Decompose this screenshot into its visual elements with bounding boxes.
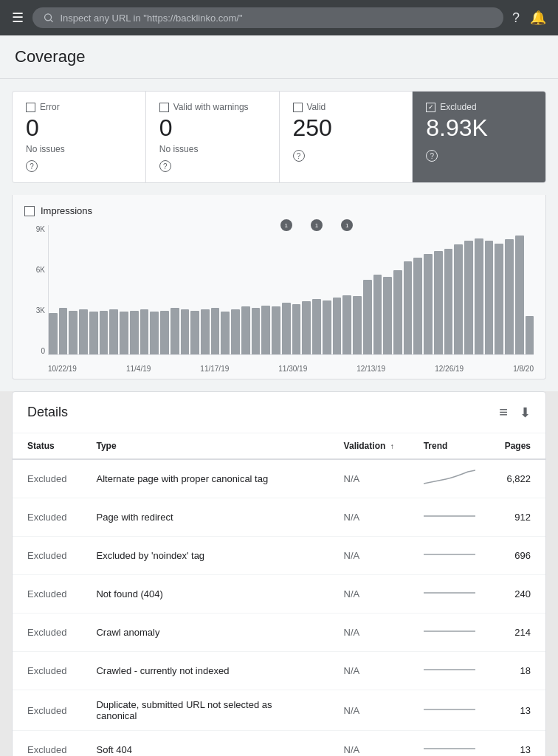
table-row[interactable]: ExcludedDuplicate, submitted URL not sel…	[13, 690, 545, 731]
details-section: Details ≡ ⬇ Status Type Validation ↑ Tre…	[12, 391, 546, 756]
trend-flat-icon	[424, 740, 475, 756]
error-checkbox[interactable]	[26, 103, 35, 112]
chart-bar-group	[464, 225, 473, 354]
details-table: Status Type Validation ↑ Trend Pages Exc…	[13, 433, 545, 756]
chart-bar	[150, 312, 159, 354]
chart-bar	[404, 261, 413, 354]
chart-bar-group	[241, 225, 250, 354]
chart-bar	[454, 244, 463, 354]
td-trend	[409, 652, 490, 690]
chart-bar	[261, 306, 270, 355]
table-row[interactable]: ExcludedCrawled - currently not indexedN…	[13, 652, 545, 690]
search-icon	[43, 12, 54, 24]
chart-bar-group	[292, 225, 301, 354]
chart-bar	[292, 304, 301, 354]
details-title: Details	[27, 405, 68, 420]
td-validation: N/A	[329, 537, 409, 575]
chart-bar-group	[383, 225, 392, 354]
x-label-4: 11/30/19	[278, 365, 307, 373]
trend-flat-icon	[424, 622, 475, 640]
chart-bar	[181, 309, 190, 354]
notification-icon[interactable]: 🔔	[530, 10, 546, 26]
table-row[interactable]: ExcludedCrawl anomalyN/A 214	[13, 614, 545, 652]
td-trend	[409, 537, 490, 575]
td-status: Excluded	[13, 731, 81, 756]
td-status: Excluded	[13, 690, 81, 731]
trend-flat-icon	[424, 701, 475, 718]
valid-warnings-help-icon[interactable]: ?	[159, 160, 171, 172]
chart-bar	[434, 251, 443, 354]
chart-bar	[140, 309, 149, 354]
help-icon[interactable]: ?	[512, 10, 520, 26]
error-value: 0	[26, 115, 132, 141]
search-input[interactable]	[60, 13, 493, 24]
td-pages: 13	[490, 690, 545, 731]
page-title: Coverage	[15, 47, 543, 66]
x-label-2: 11/4/19	[126, 365, 151, 373]
error-help-icon[interactable]: ?	[26, 160, 38, 172]
chart-bar-group	[261, 225, 270, 354]
chart-bar-group	[170, 225, 179, 354]
td-trend	[409, 614, 490, 652]
impressions-checkbox[interactable]	[24, 206, 35, 216]
col-pages: Pages	[490, 433, 545, 459]
search-bar[interactable]	[32, 7, 503, 28]
chart-bar-group	[404, 225, 413, 354]
excluded-help-icon[interactable]: ?	[426, 150, 438, 162]
summary-card-excluded[interactable]: ✓ Excluded 8.93K ?	[413, 92, 545, 182]
hamburger-icon[interactable]: ☰	[12, 10, 24, 26]
chart-bar-group	[252, 225, 261, 354]
summary-card-valid-warnings[interactable]: Valid with warnings 0 No issues ?	[146, 92, 280, 182]
top-nav: ☰ ? 🔔	[0, 0, 558, 35]
td-pages: 13	[490, 731, 545, 756]
valid-help-icon[interactable]: ?	[293, 150, 305, 162]
td-status: Excluded	[13, 498, 81, 537]
chart-bar	[89, 312, 98, 354]
chart-bar	[323, 300, 331, 355]
chart-bar-group	[231, 225, 240, 354]
chart-bar	[170, 308, 179, 354]
download-icon[interactable]: ⬇	[520, 405, 531, 421]
error-label: Error	[40, 102, 60, 112]
table-row[interactable]: ExcludedPage with redirectN/A 912	[13, 498, 545, 537]
chart-bar-group	[221, 225, 230, 354]
valid-warnings-sub: No issues	[159, 144, 266, 154]
chart-bar-group: 1	[312, 225, 321, 354]
chart-bar	[302, 301, 311, 354]
col-trend: Trend	[409, 433, 490, 459]
summary-card-error[interactable]: Error 0 No issues ?	[13, 92, 146, 182]
td-trend	[409, 498, 490, 537]
td-pages: 912	[490, 498, 545, 537]
chart-bar-group	[140, 225, 149, 354]
chart-bar	[79, 309, 88, 354]
chart-bar	[342, 295, 351, 355]
chart-bar	[424, 254, 433, 355]
chart-bar	[109, 309, 118, 354]
table-row[interactable]: ExcludedExcluded by 'noindex' tagN/A 696	[13, 537, 545, 575]
chart-bar-group	[160, 225, 169, 354]
col-validation[interactable]: Validation ↑	[329, 433, 409, 459]
td-validation: N/A	[329, 652, 409, 690]
trend-flat-icon	[424, 661, 475, 678]
chart-bar	[485, 241, 494, 354]
sort-icon: ↑	[390, 442, 394, 450]
table-row[interactable]: ExcludedNot found (404)N/A 240	[13, 575, 545, 614]
excluded-checkbox[interactable]: ✓	[426, 103, 435, 112]
valid-warnings-checkbox[interactable]	[159, 103, 169, 112]
chart-bar-group: 1	[342, 225, 351, 354]
chart-bar-group	[475, 225, 483, 354]
impressions-row[interactable]: Impressions	[24, 205, 534, 216]
td-status: Excluded	[13, 652, 81, 690]
chart-bar-group	[323, 225, 331, 354]
y-label-3k: 3K	[36, 306, 45, 315]
summary-card-valid[interactable]: Valid 250 ?	[280, 92, 413, 182]
td-validation: N/A	[329, 575, 409, 614]
filter-icon[interactable]: ≡	[499, 404, 508, 421]
table-row[interactable]: ExcludedSoft 404N/A 13	[13, 731, 545, 756]
valid-checkbox[interactable]	[293, 103, 303, 112]
table-row[interactable]: ExcludedAlternate page with proper canon…	[13, 459, 545, 498]
td-type: Crawled - currently not indexed	[81, 652, 328, 690]
chart-bar	[363, 280, 372, 355]
details-tbody: ExcludedAlternate page with proper canon…	[13, 459, 545, 756]
chart-bar-group	[485, 225, 494, 354]
